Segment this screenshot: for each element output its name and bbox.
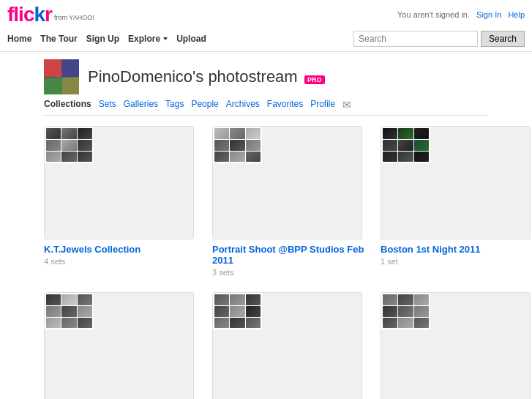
photo-cell bbox=[78, 318, 92, 329]
photo-cell bbox=[246, 152, 261, 163]
profile-nav-profile[interactable]: Profile bbox=[310, 99, 335, 111]
photo-cell bbox=[383, 294, 397, 305]
photo-cell bbox=[61, 128, 76, 139]
collection-set-count: 4 sets bbox=[44, 257, 65, 266]
photo-cell bbox=[246, 128, 261, 139]
photo-cell bbox=[78, 152, 92, 163]
nav-tour[interactable]: The Tour bbox=[40, 34, 77, 44]
logo-area: flickr from YAHOO! bbox=[7, 3, 94, 26]
collection-item: Boston 1st Night 2011 1 set bbox=[381, 126, 532, 277]
flickr-logo[interactable]: flickr bbox=[7, 3, 52, 26]
photo-cell bbox=[230, 306, 244, 317]
collection-item: Portrait Shoot @BPP Studios Feb 2011 3 s… bbox=[212, 126, 366, 277]
collections-grid: K.T.Jewels Collection 4 sets Portrait Sh… bbox=[0, 126, 532, 399]
collection-mosaic[interactable] bbox=[212, 126, 362, 239]
photo-cell bbox=[78, 128, 92, 139]
collection-photo-grid bbox=[381, 293, 430, 329]
photo-cell bbox=[230, 318, 244, 329]
photo-cell bbox=[414, 152, 429, 163]
search-area: Search bbox=[353, 31, 525, 47]
profile-nav-sets[interactable]: Sets bbox=[99, 99, 116, 111]
profile-nav-favorites[interactable]: Favorites bbox=[267, 99, 303, 111]
photo-cell bbox=[214, 128, 229, 139]
photo-cell bbox=[414, 140, 429, 151]
collection-item: K.T.Jewels Collection 4 sets bbox=[44, 126, 198, 277]
profile-nav: Collections Sets Galleries Tags People A… bbox=[44, 99, 488, 116]
collection-photo-grid bbox=[213, 127, 262, 163]
photo-cell bbox=[230, 128, 244, 139]
photo-cell bbox=[214, 294, 229, 305]
photo-cell bbox=[78, 294, 92, 305]
profile-nav-archives[interactable]: Archives bbox=[226, 99, 260, 111]
photo-cell bbox=[398, 152, 413, 163]
nav-explore-dropdown[interactable]: Explore bbox=[128, 34, 168, 44]
search-input[interactable] bbox=[353, 31, 478, 47]
profile-username: PinoDomenico's photostream bbox=[88, 67, 298, 86]
collection-name-link[interactable]: Boston 1st Night 2011 bbox=[381, 244, 532, 255]
nav-home[interactable]: Home bbox=[7, 34, 31, 44]
collection-photo-grid bbox=[381, 127, 430, 163]
photo-cell bbox=[46, 306, 61, 317]
photo-cell bbox=[61, 318, 76, 329]
collection-photo-grid bbox=[213, 293, 262, 329]
photo-cell bbox=[383, 152, 397, 163]
photo-cell bbox=[230, 140, 244, 151]
photo-cell bbox=[46, 318, 61, 329]
nav-search-bar: Home The Tour Sign Up Explore Upload Sea… bbox=[7, 28, 525, 51]
profile-nav-tags[interactable]: Tags bbox=[165, 99, 184, 111]
photo-cell bbox=[414, 306, 429, 317]
photo-cell bbox=[383, 128, 397, 139]
photo-cell bbox=[78, 140, 92, 151]
photo-cell bbox=[46, 128, 61, 139]
collection-mosaic[interactable] bbox=[44, 126, 194, 239]
site-header: flickr from YAHOO! You aren't signed in.… bbox=[0, 0, 532, 52]
collection-name-link[interactable]: Portrait Shoot @BPP Studios Feb 2011 bbox=[212, 244, 366, 266]
collection-photo-grid bbox=[45, 293, 94, 329]
photo-cell bbox=[398, 128, 413, 139]
collection-mosaic[interactable] bbox=[44, 292, 194, 399]
top-bar: flickr from YAHOO! You aren't signed in.… bbox=[7, 3, 525, 28]
photo-cell bbox=[78, 306, 92, 317]
photo-cell bbox=[46, 294, 61, 305]
auth-links: You aren't signed in. Sign In Help bbox=[397, 10, 525, 19]
photo-cell bbox=[383, 318, 397, 329]
photo-cell bbox=[383, 306, 397, 317]
collection-item: Halloween Fashions 2009 2 sets bbox=[381, 292, 532, 399]
mail-icon: ✉ bbox=[342, 99, 351, 111]
avatar bbox=[44, 59, 79, 94]
profile-section: PinoDomenico's photostream pro Collectio… bbox=[0, 52, 532, 116]
photo-cell bbox=[230, 294, 244, 305]
search-button[interactable]: Search bbox=[481, 31, 525, 47]
photo-cell bbox=[398, 294, 413, 305]
collection-mosaic[interactable] bbox=[381, 126, 531, 239]
photo-cell bbox=[214, 152, 229, 163]
photo-cell bbox=[246, 306, 261, 317]
collection-mosaic[interactable] bbox=[381, 292, 531, 399]
photo-cell bbox=[383, 140, 397, 151]
yahoo-attribution: from YAHOO! bbox=[54, 14, 94, 21]
nav-links: Home The Tour Sign Up Explore Upload bbox=[7, 34, 206, 44]
photo-cell bbox=[246, 294, 261, 305]
profile-nav-collections[interactable]: Collections bbox=[44, 99, 91, 111]
collection-mosaic[interactable] bbox=[212, 292, 362, 399]
nav-signup[interactable]: Sign Up bbox=[86, 34, 119, 44]
profile-nav-galleries[interactable]: Galleries bbox=[124, 99, 158, 111]
profile-nav-people[interactable]: People bbox=[191, 99, 218, 111]
photo-cell bbox=[46, 152, 61, 163]
nav-upload[interactable]: Upload bbox=[176, 34, 206, 44]
auth-text: You aren't signed in. bbox=[397, 10, 470, 19]
photo-cell bbox=[414, 128, 429, 139]
sign-in-link[interactable]: Sign In bbox=[476, 10, 501, 19]
photo-cell bbox=[214, 318, 229, 329]
photo-cell bbox=[398, 318, 413, 329]
help-link[interactable]: Help bbox=[508, 10, 525, 19]
collection-name-link[interactable]: K.T.Jewels Collection bbox=[44, 244, 198, 255]
profile-title-area: PinoDomenico's photostream pro bbox=[88, 67, 325, 86]
photo-cell bbox=[414, 318, 429, 329]
photo-cell bbox=[414, 294, 429, 305]
collection-item: Italian Holiday @BPC Studios 4 sets bbox=[44, 292, 198, 399]
photo-cell bbox=[398, 306, 413, 317]
explore-caret-icon bbox=[163, 37, 168, 40]
collection-photo-grid bbox=[45, 127, 94, 163]
nav-explore-label: Explore bbox=[128, 34, 160, 44]
